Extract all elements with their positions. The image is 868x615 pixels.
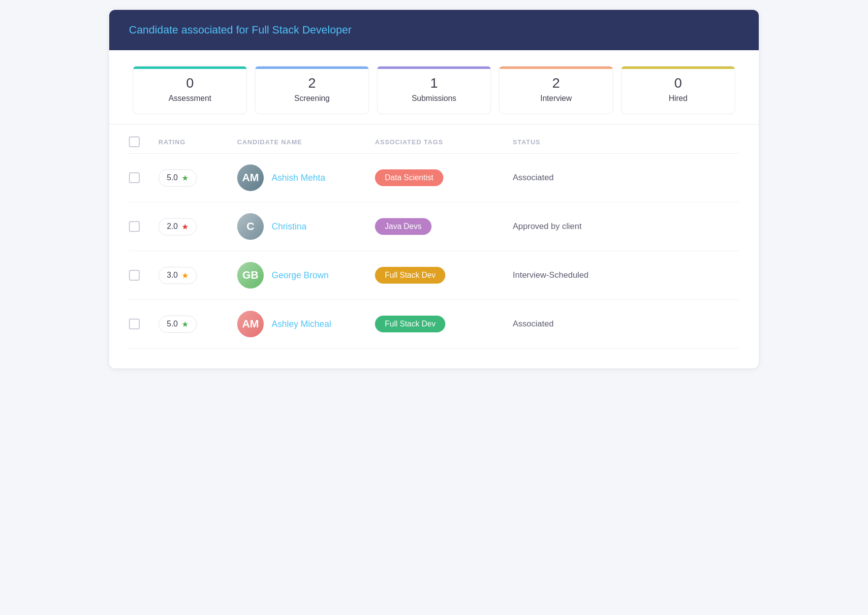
stat-card-assessment[interactable]: 0 Assessment: [133, 66, 247, 114]
row-checkbox[interactable]: [129, 270, 140, 281]
stat-label: Interview: [540, 94, 572, 103]
tag-badge[interactable]: Java Devs: [375, 218, 432, 235]
table-row: 2.0 ★ C Christina Java Devs Approved by …: [129, 202, 739, 251]
row-rating-col: 5.0 ★: [158, 316, 237, 333]
candidate-name[interactable]: Ashish Mehta: [272, 173, 325, 183]
row-check-col: [129, 221, 158, 232]
tag-badge[interactable]: Full Stack Dev: [375, 267, 445, 284]
stat-card-interview[interactable]: 2 Interview: [499, 66, 613, 114]
avatar-initials: AM: [242, 171, 259, 184]
tag-badge[interactable]: Full Stack Dev: [375, 316, 445, 332]
rating-pill: 5.0 ★: [158, 169, 197, 187]
stat-card-submissions[interactable]: 1 Submissions: [377, 66, 491, 114]
row-tags-col: Full Stack Dev: [375, 267, 513, 284]
stat-number: 2: [552, 75, 560, 91]
rating-value: 5.0: [167, 320, 178, 328]
select-all-col: [129, 136, 158, 147]
stat-number: 1: [430, 75, 438, 91]
row-tags-col: Full Stack Dev: [375, 316, 513, 332]
avatar-initials: C: [247, 220, 254, 233]
status-text: Associated: [513, 173, 554, 182]
row-rating-col: 2.0 ★: [158, 218, 237, 235]
candidate-cell: AM Ashley Micheal: [237, 311, 375, 337]
row-check-col: [129, 319, 158, 329]
header-job-title: Full Stack Developer: [252, 24, 352, 36]
rating-star-icon: ★: [182, 173, 188, 183]
candidate-name[interactable]: Christina: [272, 222, 307, 232]
candidate-cell: AM Ashish Mehta: [237, 164, 375, 191]
status-text: Approved by client: [513, 222, 582, 231]
avatar: C: [237, 213, 264, 240]
header-title: Candidate associated for Full Stack Deve…: [129, 24, 739, 36]
rating-value: 3.0: [167, 271, 178, 280]
status-text: Associated: [513, 319, 554, 328]
rating-pill: 3.0 ★: [158, 267, 197, 284]
table-row: 3.0 ★ GB George Brown Full Stack Dev Int…: [129, 251, 739, 300]
row-checkbox[interactable]: [129, 319, 140, 329]
rating-value: 2.0: [167, 222, 178, 231]
stat-card-screening[interactable]: 2 Screening: [255, 66, 369, 114]
table-section: RATING CANDIDATE NAME ASSOCIATED TAGS ST…: [109, 125, 759, 368]
stat-number: 2: [308, 75, 316, 91]
avatar-initials: GB: [243, 269, 259, 282]
stat-label: Assessment: [168, 94, 211, 103]
stat-card-hired[interactable]: 0 Hired: [621, 66, 735, 114]
table-row: 5.0 ★ AM Ashish Mehta Data Scientist Ass…: [129, 154, 739, 202]
stat-label: Submissions: [412, 94, 457, 103]
candidate-name[interactable]: Ashley Micheal: [272, 319, 331, 329]
rating-pill: 5.0 ★: [158, 316, 197, 333]
candidate-name[interactable]: George Brown: [272, 270, 329, 281]
status-text: Interview-Scheduled: [513, 270, 589, 280]
rating-star-icon: ★: [182, 320, 188, 329]
avatar: AM: [237, 164, 264, 191]
row-tags-col: Java Devs: [375, 218, 513, 235]
row-name-col: GB George Brown: [237, 262, 375, 289]
stat-number: 0: [674, 75, 682, 91]
avatar: GB: [237, 262, 264, 289]
row-tags-col: Data Scientist: [375, 169, 513, 186]
row-status-col: Associated: [513, 319, 641, 329]
row-check-col: [129, 172, 158, 183]
page-container: Candidate associated for Full Stack Deve…: [109, 10, 759, 368]
tags-col-header: ASSOCIATED TAGS: [375, 137, 513, 146]
row-check-col: [129, 270, 158, 281]
stats-row: 0 Assessment 2 Screening 1 Submissions 2…: [109, 50, 759, 125]
tags-header-label: ASSOCIATED TAGS: [375, 138, 443, 146]
rating-star-icon: ★: [182, 271, 188, 280]
row-status-col: Associated: [513, 173, 641, 183]
table-row: 5.0 ★ AM Ashley Micheal Full Stack Dev A…: [129, 300, 739, 349]
row-status-col: Interview-Scheduled: [513, 270, 641, 280]
avatar: AM: [237, 311, 264, 337]
rating-value: 5.0: [167, 173, 178, 182]
stat-label: Hired: [669, 94, 687, 103]
page-header: Candidate associated for Full Stack Deve…: [109, 10, 759, 50]
row-checkbox[interactable]: [129, 172, 140, 183]
name-col-header: CANDIDATE NAME: [237, 137, 375, 146]
status-header-label: STATUS: [513, 138, 540, 146]
row-rating-col: 5.0 ★: [158, 169, 237, 187]
table-header: RATING CANDIDATE NAME ASSOCIATED TAGS ST…: [129, 125, 739, 154]
avatar-initials: AM: [242, 318, 259, 330]
header-prefix: Candidate associated for: [129, 24, 248, 36]
rating-header-label: RATING: [158, 138, 186, 146]
row-status-col: Approved by client: [513, 222, 641, 231]
rating-star-icon: ★: [182, 222, 188, 231]
row-rating-col: 3.0 ★: [158, 267, 237, 284]
stat-label: Screening: [294, 94, 330, 103]
tag-badge[interactable]: Data Scientist: [375, 169, 443, 186]
row-checkbox[interactable]: [129, 221, 140, 232]
stat-number: 0: [186, 75, 194, 91]
candidate-cell: C Christina: [237, 213, 375, 240]
select-all-checkbox[interactable]: [129, 136, 140, 147]
rating-col-header: RATING: [158, 137, 237, 146]
row-name-col: AM Ashley Micheal: [237, 311, 375, 337]
rating-pill: 2.0 ★: [158, 218, 197, 235]
row-name-col: C Christina: [237, 213, 375, 240]
table-rows-container: 5.0 ★ AM Ashish Mehta Data Scientist Ass…: [129, 154, 739, 349]
name-header-label: CANDIDATE NAME: [237, 138, 302, 146]
candidate-cell: GB George Brown: [237, 262, 375, 289]
status-col-header: STATUS: [513, 137, 641, 146]
row-name-col: AM Ashish Mehta: [237, 164, 375, 191]
